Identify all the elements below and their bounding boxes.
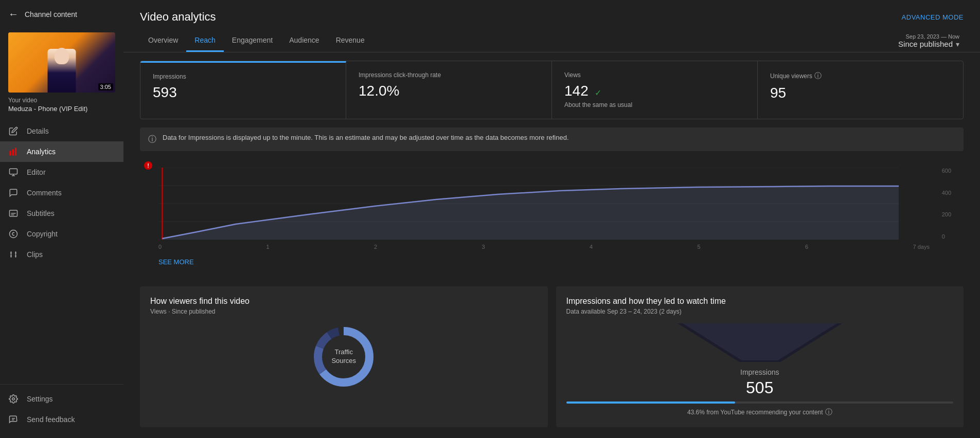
tabs-container: Overview Reach Engagement Audience Reven… (123, 30, 980, 52)
stat-label-ctr: Impressions click-through rate (359, 71, 539, 79)
copyright-icon (8, 229, 19, 239)
checkmark-icon: ✓ (595, 88, 601, 97)
settings-icon (8, 394, 19, 404)
date-range-value: Since published ▾ (898, 40, 959, 48)
impressions-watch-time-title: Impressions and how they led to watch ti… (566, 297, 954, 306)
sidebar-header: ← Channel content (0, 0, 123, 28)
feedback-icon (8, 414, 19, 425)
sidebar-item-label-send-feedback: Send feedback (27, 415, 75, 424)
sidebar-item-comments[interactable]: Comments (0, 182, 123, 203)
sidebar-nav: Details Analytics Editor (0, 121, 123, 380)
chart-x-labels: 0 1 2 3 4 5 6 7 days (158, 244, 930, 250)
see-more-button[interactable]: SEE MORE (158, 254, 194, 270)
y-label-200: 200 (942, 211, 951, 217)
stat-value-impressions: 593 (153, 84, 333, 101)
chevron-down-icon: ▾ (956, 40, 959, 48)
donut-chart-container: Traffic Sources (150, 323, 538, 390)
tab-reach[interactable]: Reach (186, 30, 223, 52)
stat-card-ctr[interactable]: Impressions click-through rate 12.0% (346, 61, 552, 119)
video-label: Your video (8, 97, 115, 104)
video-info: Your video Meduza - Phone (VIP Edit) (0, 93, 123, 121)
x-label-7days: 7 days (913, 244, 930, 250)
impressions-inner-value: 505 (746, 378, 773, 397)
svg-rect-3 (10, 169, 17, 174)
impressions-card-inner: Impressions 505 43.6% from YouTube recom… (566, 368, 954, 417)
stat-card-views[interactable]: Views 142 ✓ About the same as usual (552, 61, 758, 119)
tabs: Overview Reach Engagement Audience Reven… (140, 30, 373, 52)
svg-rect-1 (12, 150, 14, 156)
chart-area: 600 400 200 0 (158, 168, 930, 240)
info-icon-impressions[interactable]: ⓘ (825, 408, 832, 417)
traffic-sources-title: How viewers find this video (150, 297, 538, 306)
video-thumbnail[interactable]: 3:05 (8, 32, 115, 93)
info-banner-text: Data for Impressions is displayed up to … (163, 134, 569, 141)
info-banner: ⓘ Data for Impressions is displayed up t… (140, 127, 964, 151)
y-label-600: 600 (942, 168, 951, 174)
stat-value-ctr: 12.0% (359, 83, 539, 99)
main-header: Video analytics ADVANCED MODE (123, 0, 980, 24)
chart-svg (158, 168, 930, 240)
info-banner-icon: ⓘ (148, 134, 156, 145)
info-icon-unique-viewers[interactable]: ⓘ (814, 71, 822, 81)
sidebar-item-details[interactable]: Details (0, 121, 123, 141)
bar-chart-icon (8, 147, 19, 157)
tab-overview[interactable]: Overview (140, 30, 186, 52)
sidebar-item-label-clips: Clips (27, 250, 43, 259)
sidebar-item-editor[interactable]: Editor (0, 162, 123, 182)
tab-audience[interactable]: Audience (281, 30, 327, 52)
main-content: Video analytics ADVANCED MODE Overview R… (123, 0, 980, 438)
impressions-bar-fill (566, 402, 735, 404)
sidebar-item-subtitles[interactable]: Subtitles (0, 203, 123, 224)
clips-icon (8, 249, 19, 260)
sidebar-item-clips[interactable]: Clips (0, 244, 123, 265)
date-range-selector[interactable]: Sep 23, 2023 — Now Since published ▾ (894, 31, 964, 50)
bottom-card-traffic-sources: How viewers find this video Views · Sinc… (140, 286, 548, 427)
sidebar-item-settings[interactable]: Settings (0, 389, 123, 409)
tab-revenue[interactable]: Revenue (328, 30, 373, 52)
x-label-4: 4 (590, 244, 593, 250)
stat-card-impressions[interactable]: Impressions 593 (140, 61, 346, 119)
x-label-2: 2 (374, 244, 377, 250)
back-button[interactable]: ← (8, 8, 19, 20)
impressions-sub-text: 43.6% from YouTube recommending your con… (687, 408, 832, 417)
x-label-0: 0 (158, 244, 162, 250)
comments-icon (8, 188, 19, 198)
editor-icon (8, 167, 19, 177)
x-label-6: 6 (805, 244, 808, 250)
stat-value-unique-viewers: 95 (770, 85, 951, 101)
impressions-watch-time-sub: Data available Sep 23 – 24, 2023 (2 days… (566, 308, 954, 315)
advanced-mode-button[interactable]: ADVANCED MODE (902, 13, 964, 21)
sidebar-item-label-comments: Comments (27, 189, 62, 197)
x-label-5: 5 (698, 244, 701, 250)
bottom-card-impressions-watch-time: Impressions and how they led to watch ti… (556, 286, 964, 427)
stat-card-unique-viewers[interactable]: Unique viewers ⓘ 95 (758, 61, 963, 119)
stat-sub-views: About the same as usual (564, 101, 745, 108)
video-name: Meduza - Phone (VIP Edit) (8, 105, 115, 113)
sidebar-item-label-analytics: Analytics (27, 148, 56, 156)
sidebar-item-copyright[interactable]: Copyright (0, 224, 123, 244)
impressions-progress-bar (566, 402, 954, 404)
stat-label-unique-viewers: Unique viewers ⓘ (770, 71, 951, 81)
stat-label-impressions: Impressions (153, 73, 333, 80)
svg-point-9 (10, 230, 17, 238)
error-dot: ! (144, 161, 152, 170)
page-title: Video analytics (140, 10, 216, 24)
traffic-sources-sub: Views · Since published (150, 308, 538, 315)
svg-rect-0 (10, 151, 11, 156)
sidebar-item-label-details: Details (27, 127, 49, 135)
date-range-text: Sep 23, 2023 — Now (905, 33, 959, 40)
x-label-3: 3 (482, 244, 485, 250)
sidebar-channel-label: Channel content (25, 10, 77, 19)
bottom-cards: How viewers find this video Views · Sinc… (140, 286, 964, 427)
sidebar-item-label-copyright: Copyright (27, 230, 58, 238)
sidebar-divider (0, 384, 123, 385)
tab-engagement[interactable]: Engagement (224, 30, 281, 52)
y-label-400: 400 (942, 190, 951, 196)
donut-label: Traffic Sources (331, 348, 356, 366)
sidebar-item-analytics[interactable]: Analytics (0, 141, 123, 162)
svg-marker-26 (683, 323, 837, 360)
subtitles-icon (8, 208, 19, 218)
sidebar-item-label-editor: Editor (27, 168, 46, 176)
sidebar-item-label-subtitles: Subtitles (27, 209, 55, 217)
sidebar-item-send-feedback[interactable]: Send feedback (0, 409, 123, 430)
